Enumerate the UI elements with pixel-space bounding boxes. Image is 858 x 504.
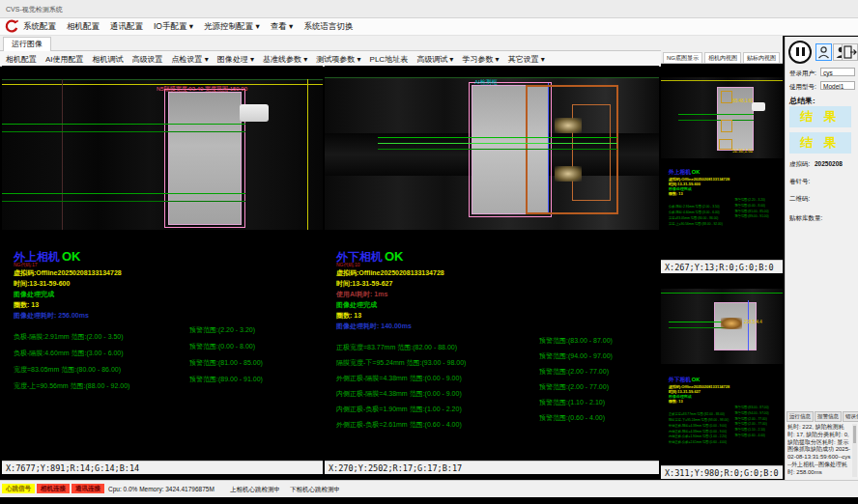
measurement-row: 外侧正极-负极=2.61mm 范围:(0.60 - 4.00) 预警范围:(0.… [669, 434, 783, 439]
camera-link-badge: 相机连接 [37, 484, 70, 493]
cell-region [168, 92, 242, 225]
measure-callout: N5隔膜宽度:93.40 宽度范围:150.00 [157, 85, 247, 94]
overlay-line [678, 114, 754, 115]
measurement-row: 正极宽度=83.77mm 范围:(82.00 - 88.00) 预警范围:(83… [336, 336, 655, 351]
menu-item[interactable]: 通讯配置 [110, 21, 143, 33]
small-view-tab[interactable]: 贴标内视图 [743, 52, 780, 63]
toolbar-item[interactable]: 相机调试 [93, 54, 124, 65]
warning-range: 预警范围:(2.00 - 77.00) [539, 367, 609, 377]
small-measurements: 负极-隔膜:2.91mm 范围:(2.00 - 3.50) 预警范围:(2.20… [669, 198, 783, 220]
overlay-line [669, 327, 729, 328]
pause-bar [796, 47, 799, 56]
result-box-2: 结 果 [789, 132, 851, 154]
status-bar: 心跳信号 相机连接 通讯连接 Cpu: 0.0% Memory: 3424.41… [0, 480, 858, 497]
login-user-value[interactable]: cys [820, 68, 855, 76]
model-value[interactable]: Model1 [820, 81, 855, 90]
process-done: 图像处理完成 [14, 290, 54, 299]
pause-button[interactable] [788, 41, 812, 64]
ng-code: NG代码:10 [336, 262, 359, 267]
menu-item[interactable]: 查看 ▾ [271, 21, 294, 33]
toolbar-item[interactable]: 相机配置 [6, 54, 37, 65]
left-coord-bar: X:7677;Y:891;R:14;G:14;B:14 [2, 461, 323, 474]
small-view-bottom[interactable]: 238.5,4.4 外下相机OK 虚拟码:Offline202502081331… [661, 273, 783, 465]
model-label: 使用型号: [789, 83, 816, 92]
warning-range: 预警范围:(83.00 - 87.00) [539, 336, 613, 346]
capture-time: 时间:13-31-59-627 [336, 279, 392, 289]
overlay-line [2, 193, 245, 194]
defect-box [721, 91, 732, 103]
app-window: CVS-视觉检测系统 系统配置相机配置通讯配置IO手配置 ▾光源控制配置 ▾查看… [0, 0, 858, 504]
small-view-top[interactable]: 65.48,1.63 52.38,1.62 外上相机OK 虚拟码:Offline… [661, 64, 783, 260]
measurement-row: 宽度-上=90.56mm 范围:(88.00 - 92.00) 预警范围:(89… [14, 375, 323, 391]
user-button[interactable] [815, 43, 832, 61]
pixel-readout: X:267;Y:13;R:0;G:0;B:0 [665, 263, 774, 272]
measurement-row: 宽度-上=90.56mm 范围:(88.00 - 92.00) 预警范围:(89… [669, 215, 783, 221]
lower-cam-heartbeat: 下相机心跳检测中 [290, 486, 340, 494]
virtual-code: 虚拟码:Offline20250208133134728 [336, 268, 444, 278]
menu-item[interactable]: 系统语言切换 [303, 21, 353, 33]
log-tab[interactable]: 报警信息 [815, 411, 842, 422]
measurement-value: 负极-隔膜:2.91mm 范围:(2.00 - 3.50) [14, 333, 124, 340]
toolbar-item[interactable]: 基准线参数 ▾ [263, 54, 307, 65]
log-scrollbar[interactable] [852, 424, 857, 477]
title-bar: CVS-视觉检测系统 [0, 0, 858, 18]
ng-code: NG代码:17 [14, 262, 37, 267]
warning-range: 预警范围:(2.00 - 77.00) [539, 382, 609, 392]
result-text: 结 果 [800, 109, 841, 124]
menu-item[interactable]: IO手配置 ▾ [154, 21, 193, 33]
menu-item[interactable]: 系统配置 [23, 21, 56, 33]
toolbar-item[interactable]: 测试项参数 ▾ [316, 54, 360, 65]
turn-count: 圈数: 13 [14, 300, 39, 310]
small-view-tabs: NG底图显示相机内视图贴标内视图 [661, 50, 783, 64]
tab-run-image[interactable]: 运行图像 [3, 37, 51, 51]
pixel-readout: X:311;Y:980;R:0;G:0;B:0 [665, 468, 779, 478]
measurement-row: 负极-隔膜:2.91mm 范围:(2.00 - 3.50) 预警范围:(2.20… [14, 325, 323, 342]
mid-camera-image[interactable]: AI检测框 [325, 77, 659, 230]
pixel-readout: X:7677;Y:891;R:14;G:14;B:14 [6, 463, 139, 473]
menu-bar: 系统配置相机配置通讯配置IO手配置 ▾光源控制配置 ▾查看 ▾系统语言切换 [0, 18, 858, 36]
tab-strip: 运行图像 [0, 36, 783, 51]
mid-measurements: 正极宽度=83.77mm 范围:(82.00 - 88.00) 预警范围:(83… [336, 336, 655, 429]
result-line: 外下相机OK [669, 372, 783, 384]
log-tabs: 运行信息报警信息错误信息 [786, 411, 858, 422]
pin-label: 卷针号: [789, 178, 810, 186]
pause-bar [802, 47, 805, 56]
result-ok: OK [692, 169, 701, 175]
toolbar-item[interactable]: 高级调试 ▾ [416, 54, 453, 65]
small-bottom-coord-bar: X:311;Y:980;R:0;G:0;B:0 [661, 465, 783, 479]
menu-item[interactable]: 相机配置 [67, 21, 100, 33]
measurement-row: 宽度=83.05mm 范围:(80.00 - 86.00) 预警范围:(81.0… [14, 358, 323, 375]
small-top-coord-bar: X:267;Y:13;R:0;G:0;B:0 [661, 260, 783, 273]
menu-items: 系统配置相机配置通讯配置IO手配置 ▾光源控制配置 ▾查看 ▾系统语言切换 [23, 21, 353, 33]
turn-count: 圈数: 13 [669, 191, 783, 196]
defect-label: 65.48,1.63 [732, 98, 753, 103]
toolbar-item[interactable]: PLC地址表 [370, 54, 409, 65]
toolbar-item[interactable]: AI使用配置 [45, 54, 84, 65]
left-camera-image[interactable]: N5隔膜宽度:93.40 宽度范围:150.00 [2, 79, 323, 230]
small-view-tab[interactable]: 相机内视图 [704, 52, 741, 63]
warning-range: 预警范围:(94.00 - 97.00) [539, 351, 613, 361]
overlay-line [378, 137, 617, 138]
log-tab[interactable]: 错误信息 [843, 411, 858, 422]
image-background [2, 79, 323, 230]
left-camera-panel: N5隔膜宽度:93.40 宽度范围:150.00 外上相机OK NG代码:17 … [2, 66, 323, 474]
overlay-line [2, 201, 245, 202]
turn-count: 圈数: 13 [669, 399, 783, 404]
small-top-image: 65.48,1.63 52.38,1.62 [661, 77, 783, 158]
result-text: 结 果 [800, 135, 841, 150]
toolbar-item[interactable]: 图像处理 ▾ [217, 54, 254, 65]
camera-title: 外上相机 [669, 169, 691, 175]
warning-range: 预警范围:(2.20 - 3.20) [734, 198, 765, 202]
toolbar-item[interactable]: 点检设置 ▾ [172, 54, 209, 65]
process-done: 图像处理完成 [336, 300, 377, 310]
scroll-thumb[interactable] [853, 426, 856, 443]
small-view-tab[interactable]: NG底图显示 [663, 52, 702, 63]
measurement-value: 宽度-上=90.56mm 范围:(88.00 - 92.00) [669, 222, 723, 226]
toolbar-item[interactable]: 高级设置 [132, 54, 163, 65]
toolbar-item[interactable]: 学习参数 ▾ [462, 54, 499, 65]
logout-button[interactable] [842, 43, 858, 61]
toolbar-item[interactable]: 其它设置 ▾ [508, 54, 545, 65]
log-tab[interactable]: 运行信息 [786, 411, 814, 422]
measurement-value: 外侧正极-隔膜=4.38mm 范围:(0.00 - 9.00) [336, 375, 462, 381]
menu-item[interactable]: 光源控制配置 ▾ [204, 21, 260, 33]
